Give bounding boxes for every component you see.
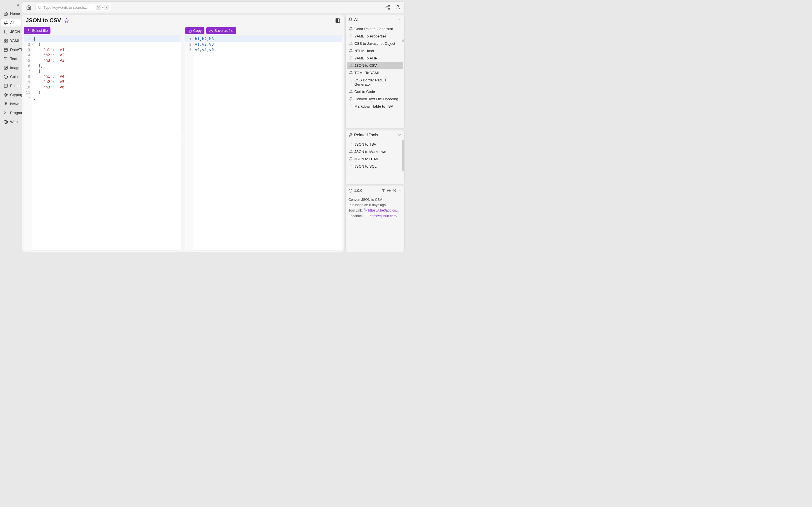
scrollbar[interactable] bbox=[402, 40, 404, 42]
left-editor-area[interactable]: 1▾2▾34567▾89101112 [ { "h1": "v1", "h2":… bbox=[24, 35, 181, 250]
upload-icon bbox=[27, 29, 31, 33]
right-code[interactable]: h1,h2,h3 v1,v2,v3 v4,v5,v6 bbox=[193, 36, 342, 250]
home-icon bbox=[3, 11, 8, 16]
terminal-icon bbox=[3, 110, 8, 115]
sidebar-item-yaml[interactable]: YAML bbox=[1, 37, 21, 45]
panel-toggle-icon[interactable] bbox=[335, 18, 340, 23]
svg-rect-0 bbox=[4, 39, 5, 40]
check-action-icon[interactable] bbox=[393, 189, 396, 192]
bell-icon bbox=[349, 90, 353, 94]
type-icon bbox=[3, 56, 8, 61]
sidebar-item-image[interactable]: Image bbox=[1, 64, 21, 71]
sidebar-item-datetime[interactable]: Date/Time bbox=[1, 46, 21, 54]
info-description: Convert JSON to CSV bbox=[349, 197, 402, 203]
sidebar-item-cryptography[interactable]: Cryptography bbox=[1, 91, 21, 99]
left-code[interactable]: [ { "h1": "v1", "h2": "v2", "h3": "v3" }… bbox=[32, 36, 181, 250]
svg-point-41 bbox=[393, 189, 396, 192]
sidebar-collapse-button[interactable] bbox=[15, 2, 21, 8]
tool-item[interactable]: Markdown Table to TSV bbox=[347, 103, 403, 110]
user-button[interactable] bbox=[394, 4, 402, 11]
calendar-icon bbox=[3, 47, 8, 52]
bell-icon bbox=[349, 27, 353, 31]
sidebar-item-web[interactable]: Web bbox=[1, 118, 21, 126]
search-input[interactable] bbox=[43, 5, 94, 10]
svg-line-27 bbox=[387, 6, 388, 7]
tool-item[interactable]: JSON to Markdown bbox=[347, 148, 403, 155]
tool-item[interactable]: NTLM Hash bbox=[347, 47, 403, 54]
tool-item[interactable]: CSS Border Radius Generator bbox=[347, 76, 403, 88]
svg-rect-42 bbox=[365, 209, 367, 211]
svg-rect-3 bbox=[4, 41, 5, 42]
svg-rect-1 bbox=[6, 39, 7, 40]
all-tools-list[interactable]: Color Palette GeneratorYAML To Propertie… bbox=[346, 24, 404, 128]
tool-item[interactable]: Curl to Code bbox=[347, 88, 403, 95]
svg-marker-29 bbox=[64, 18, 68, 22]
related-tools-header[interactable]: Related Tools bbox=[346, 130, 404, 139]
sidebar-item-home[interactable]: Home bbox=[1, 10, 21, 17]
sidebar-item-label: Home bbox=[10, 11, 20, 16]
save-as-file-button[interactable]: Save as file bbox=[206, 27, 236, 34]
bell-icon bbox=[349, 34, 353, 38]
sidebar-item-json[interactable]: JSON bbox=[1, 27, 21, 36]
bell-icon bbox=[3, 20, 8, 25]
sidebar-item-text[interactable]: Text bbox=[1, 55, 21, 62]
scrollbar[interactable] bbox=[402, 140, 404, 171]
share-button[interactable] bbox=[384, 4, 391, 11]
chevron-down-icon bbox=[398, 133, 402, 137]
right-editor-area[interactable]: 123 h1,h2,h3 v1,v2,v3 v4,v5,v6 bbox=[185, 35, 342, 250]
right-editor-toolbar: Copy Save as file bbox=[185, 26, 342, 35]
tool-item[interactable]: YAML To PHP bbox=[347, 55, 403, 62]
tool-link[interactable]: https://t.he3app.co… bbox=[368, 208, 400, 213]
star-icon[interactable] bbox=[64, 18, 69, 23]
code-icon bbox=[3, 83, 8, 88]
tool-item[interactable]: CSS to Javascript Object bbox=[347, 40, 403, 47]
sidebar-item-all[interactable]: All bbox=[1, 18, 21, 26]
tool-item[interactable]: JSON to CSV bbox=[347, 62, 403, 69]
home-button[interactable] bbox=[25, 4, 33, 11]
type-action-icon[interactable] bbox=[382, 189, 386, 192]
grid-icon bbox=[3, 38, 8, 43]
bell-icon bbox=[349, 150, 353, 154]
tool-item[interactable]: JSON to TSV bbox=[347, 141, 403, 148]
right-editor: Copy Save as file 123 h1,h2,h3 v1,v2,v3 … bbox=[185, 26, 342, 250]
sidebar-item-color[interactable]: Color bbox=[1, 73, 21, 80]
copy-button[interactable]: Copy bbox=[185, 27, 204, 34]
all-tools-section: All Color Palette GeneratorYAML To Prope… bbox=[345, 15, 405, 129]
tool-icon bbox=[349, 133, 352, 137]
chevron-down-icon bbox=[398, 17, 402, 21]
search-box[interactable]: ⌘ + K bbox=[35, 4, 111, 11]
tool-item[interactable]: JSON to SQL bbox=[347, 163, 403, 170]
bell-icon bbox=[349, 97, 353, 101]
all-tools-header[interactable]: All bbox=[346, 15, 404, 24]
related-tools-list[interactable]: JSON to TSVJSON to MarkdownJSON to HTMLJ… bbox=[346, 139, 404, 184]
feedback-link[interactable]: https://github.com/… bbox=[370, 214, 401, 219]
tool-item[interactable]: YAML To Properties bbox=[347, 33, 403, 40]
sidebar-item-programming[interactable]: Programming bbox=[1, 109, 21, 117]
sidebar-item-label: Text bbox=[10, 57, 17, 61]
bell-icon bbox=[349, 49, 353, 53]
globe-action-icon[interactable] bbox=[387, 189, 391, 192]
download-icon bbox=[209, 29, 213, 33]
message-icon[interactable] bbox=[365, 214, 368, 219]
copy-icon[interactable] bbox=[364, 208, 367, 213]
sidebar-item-label: Web bbox=[10, 120, 18, 124]
tool-item[interactable]: JSON to HTML bbox=[347, 156, 403, 163]
svg-line-22 bbox=[41, 8, 42, 9]
chevron-down-icon[interactable] bbox=[398, 189, 402, 192]
sidebar-item-encode[interactable]: Encode bbox=[1, 82, 21, 90]
svg-point-11 bbox=[5, 67, 5, 67]
tool-item[interactable]: Convert Text File Encoding bbox=[347, 96, 403, 103]
tool-item[interactable]: Color Palette Generator bbox=[347, 25, 403, 33]
sidebar-item-network[interactable]: Network bbox=[1, 100, 21, 108]
sidebar-item-label: YAML bbox=[10, 39, 20, 43]
bell-icon bbox=[349, 157, 353, 161]
editor-splitter[interactable] bbox=[183, 26, 184, 250]
bell-icon bbox=[349, 56, 353, 60]
tool-item[interactable]: TOML To YAML bbox=[347, 69, 403, 76]
svg-point-21 bbox=[38, 6, 41, 8]
select-file-button[interactable]: Select file bbox=[24, 27, 50, 34]
search-shortcut: ⌘ + K bbox=[96, 5, 109, 10]
info-tool-link: Tool Link: https://t.he3app.co… bbox=[349, 208, 402, 213]
svg-rect-2 bbox=[6, 41, 7, 42]
bell-icon bbox=[349, 17, 352, 21]
